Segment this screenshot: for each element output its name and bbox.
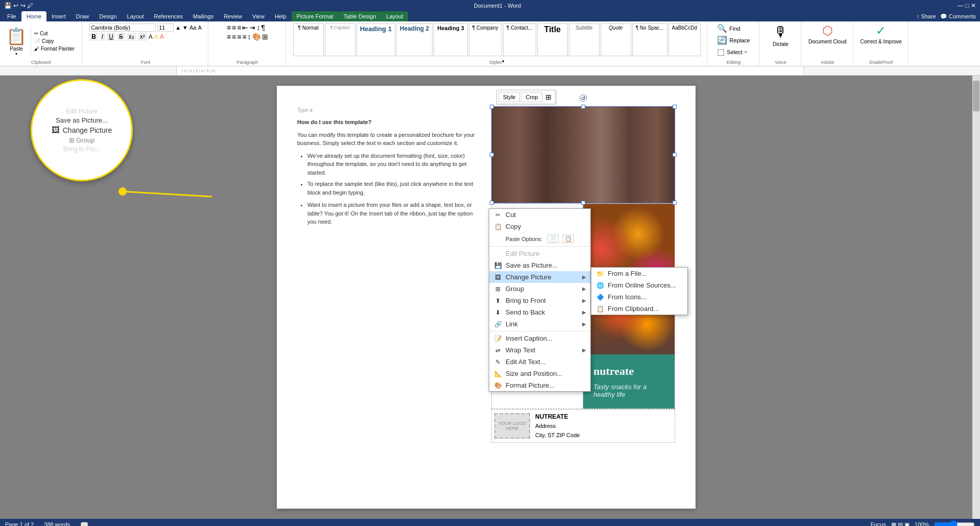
style-no-spacing[interactable]: ¶ No Spac... (632, 23, 667, 56)
align-center-btn[interactable]: ≡ (232, 33, 236, 41)
tab-references[interactable]: References (149, 11, 188, 21)
tab-view[interactable]: View (247, 11, 270, 21)
tab-review[interactable]: Review (219, 11, 247, 21)
text-effects-btn[interactable]: A (149, 33, 153, 40)
style-subtitle[interactable]: Subtitle (569, 23, 600, 56)
copy-button[interactable]: 📄Copy (33, 38, 76, 44)
ctx-send-back[interactable]: ⬇ Send to Back ▶ (489, 306, 590, 318)
style-normal[interactable]: ¶ Normal (293, 23, 324, 56)
style-caption[interactable]: ¶ Caption (325, 23, 355, 56)
ctx-bring-front[interactable]: ⬆ Bring to Front ▶ (489, 295, 590, 306)
zoom-slider[interactable] (934, 520, 975, 526)
ctx-cut[interactable]: ✂ Cut (489, 209, 590, 221)
replace-button[interactable]: 🔄Replace (717, 35, 750, 45)
italic-button[interactable]: I (100, 33, 105, 41)
from-online-item[interactable]: 🌐 From Online Sources... (591, 279, 687, 291)
tab-help[interactable]: Help (270, 11, 292, 21)
style-extra[interactable]: AaBbCcDd (668, 23, 701, 56)
gradeproof-btn[interactable]: Correct & Improve (861, 39, 902, 44)
style-heading1[interactable]: Heading 1 (356, 23, 395, 56)
comments-btn[interactable]: 💬 Comments (940, 13, 976, 20)
font-name-input[interactable] (89, 23, 156, 32)
tab-mailings[interactable]: Mailings (188, 11, 219, 21)
sort-btn[interactable]: ↕ (256, 23, 260, 32)
tab-picture-format[interactable]: Picture Format (292, 11, 339, 21)
align-right-btn[interactable]: ≡ (237, 33, 241, 41)
show-para-btn[interactable]: ¶ (261, 23, 265, 32)
borders-btn[interactable]: ⊞ (262, 33, 268, 41)
strikethrough-button[interactable]: S (117, 33, 125, 41)
tab-layout[interactable]: Layout (122, 11, 149, 21)
font-size-down[interactable]: ▼ (182, 25, 188, 31)
tab-home[interactable]: Home (21, 11, 46, 21)
callout-change-picture[interactable]: 🖼 Change Picture (52, 126, 112, 135)
numbering-btn[interactable]: ≡ (232, 23, 236, 32)
ctx-wrap-text[interactable]: ⇌ Wrap Text ▶ (489, 344, 590, 356)
style-tool-btn[interactable]: Style (498, 92, 520, 102)
underline-button[interactable]: U (107, 33, 115, 41)
text-highlight-btn[interactable]: A (154, 33, 158, 40)
dictate-btn[interactable]: Dictate (773, 41, 788, 47)
ctx-edit-picture[interactable]: Edit Picture (489, 248, 590, 259)
shading-btn[interactable]: 🎨 (252, 33, 261, 41)
bold-button[interactable]: B (89, 33, 98, 41)
doc-cloud-btn[interactable]: Document Cloud (808, 39, 846, 44)
focus-btn[interactable]: Focus (871, 521, 886, 526)
spell-check-icon[interactable]: 📖 (80, 521, 88, 527)
style-contact[interactable]: ¶ Contact... (503, 23, 536, 56)
superscript-button[interactable]: x² (138, 33, 147, 41)
crop-tool-btn[interactable]: Crop (521, 92, 542, 102)
view-icons: ▦ ▤ ▣ (891, 521, 910, 527)
paste-opt-2[interactable]: 📋 (563, 234, 574, 243)
increase-indent-btn[interactable]: ⇥ (249, 23, 255, 32)
right-scrollbar[interactable] (972, 76, 980, 519)
ctx-group[interactable]: ⊞ Group ▶ (489, 283, 590, 295)
tab-file[interactable]: File (2, 11, 21, 21)
ctx-change-picture[interactable]: 🖼 Change Picture ▶ (489, 271, 590, 283)
justify-btn[interactable]: ≡ (242, 33, 246, 41)
find-button[interactable]: 🔍Find (717, 23, 750, 33)
style-heading3[interactable]: Heading 3 (434, 23, 468, 56)
decrease-indent-btn[interactable]: ⇤ (242, 23, 248, 32)
ctx-insert-caption[interactable]: 📝 Insert Caption... (489, 332, 590, 344)
paste-button[interactable]: 📋 Paste ▾ (6, 27, 31, 56)
font-color-btn[interactable]: A (160, 33, 164, 40)
select-button[interactable]: ⬚Select ~ (717, 47, 750, 57)
paste-opt-1[interactable]: 📄 (547, 234, 559, 243)
ctx-save-as-picture[interactable]: 💾 Save as Picture... (489, 259, 590, 271)
tab-table-design[interactable]: Table Design (339, 11, 381, 21)
tab-insert[interactable]: Insert (46, 11, 71, 21)
style-title[interactable]: Title (537, 23, 568, 56)
ctx-format-picture[interactable]: 🎨 Format Picture... (489, 379, 590, 391)
tab-layout2[interactable]: Layout (381, 11, 408, 21)
font-case-btn[interactable]: Aa (189, 25, 196, 31)
from-clipboard-item[interactable]: 📋 From Clipboard... (591, 303, 687, 315)
style-quote[interactable]: Quote (601, 23, 631, 56)
clear-format-btn[interactable]: A (198, 25, 201, 31)
from-file-item[interactable]: 📁 From a File... (591, 268, 687, 279)
ctx-size-position[interactable]: 📐 Size and Position... (489, 368, 590, 379)
styles-expand[interactable]: ▾ (502, 59, 505, 65)
align-left-btn[interactable]: ≡ (227, 33, 231, 41)
bullets-btn[interactable]: ≡ (227, 23, 231, 32)
rotate-handle[interactable]: ↺ (580, 94, 587, 102)
tab-design[interactable]: Design (94, 11, 122, 21)
ctx-edit-alt[interactable]: ✎ Edit Alt Text... (489, 356, 590, 368)
food-image[interactable] (491, 106, 675, 203)
share-btn[interactable]: ↑ Share (917, 13, 936, 19)
font-size-up[interactable]: ▲ (175, 25, 181, 31)
multilevel-btn[interactable]: ≡ (237, 23, 241, 32)
cut-button[interactable]: ✂Cut (33, 30, 76, 37)
style-heading2[interactable]: Heading 2 (396, 23, 433, 56)
line-spacing-btn[interactable]: ↕ (248, 33, 251, 41)
style-company[interactable]: ¶ Company (469, 23, 502, 56)
from-icons-item[interactable]: 🔷 From Icons... (591, 291, 687, 303)
save-picture-icon: 💾 (493, 262, 503, 269)
tab-draw[interactable]: Draw (71, 11, 94, 21)
font-size-input[interactable] (157, 23, 174, 32)
scroll-thumb[interactable] (973, 81, 979, 111)
ctx-link[interactable]: 🔗 Link ▶ (489, 318, 590, 330)
subscript-button[interactable]: x₂ (127, 33, 136, 41)
format-painter-button[interactable]: 🖌Format Painter (33, 45, 76, 52)
ctx-copy[interactable]: 📋 Copy (489, 221, 590, 232)
